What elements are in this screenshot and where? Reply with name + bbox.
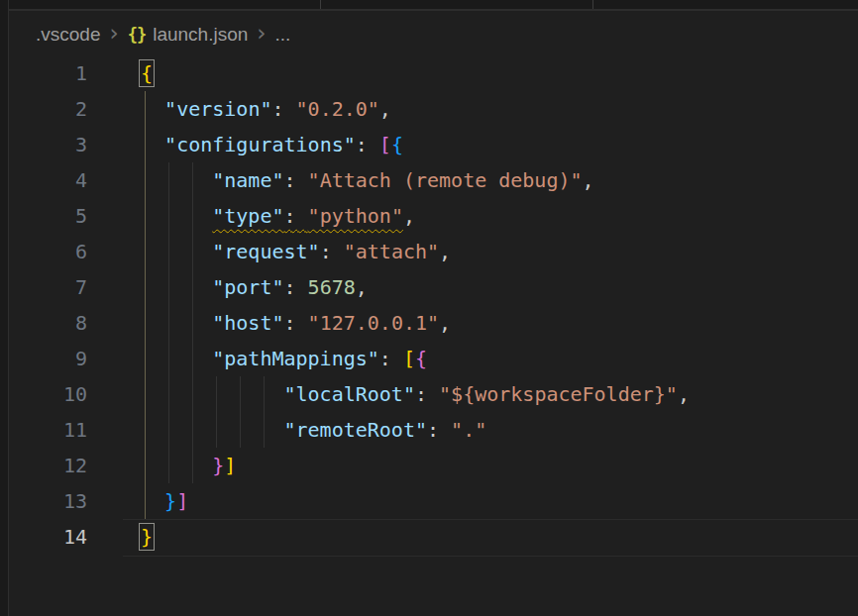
code-token: "type"	[212, 204, 283, 228]
line-number[interactable]: 10	[9, 376, 87, 412]
matched-bracket: }	[141, 525, 153, 549]
code-token: }	[164, 489, 176, 513]
code-line-content: "type": "python",	[141, 198, 415, 234]
code-line-content: "localRoot": "${workspaceFolder}",	[141, 376, 690, 412]
code-token: "python"	[308, 204, 403, 228]
code-line-3[interactable]: 3 "configurations": [{	[9, 127, 858, 162]
code-line-content: {	[141, 55, 153, 91]
line-number[interactable]: 3	[9, 127, 87, 162]
code-token: "request"	[212, 240, 319, 263]
code-line-content: "version": "0.2.0",	[141, 91, 391, 127]
code-token: ,	[356, 275, 368, 299]
code-token: "."	[451, 418, 486, 442]
code-token: "${workspaceFolder}"	[439, 382, 678, 406]
code-line-13[interactable]: 13 }]	[9, 483, 858, 519]
code-token: :	[284, 311, 308, 335]
code-token: ,	[379, 97, 391, 121]
code-token: ,	[439, 311, 451, 335]
code-line-6[interactable]: 6 "request": "attach",	[9, 234, 858, 269]
breadcrumb-folder[interactable]: .vscode	[36, 24, 100, 46]
code-token: "Attach (remote debug)"	[308, 168, 583, 192]
chevron-right-icon: ›	[100, 20, 127, 49]
code-line-11[interactable]: 11 "remoteRoot": "."	[9, 412, 858, 448]
code-token: "localRoot"	[284, 382, 415, 406]
code-token: ,	[439, 240, 451, 263]
code-token: [	[403, 347, 415, 370]
code-token: ]	[176, 489, 188, 513]
code-line-8[interactable]: 8 "host": "127.0.0.1",	[9, 305, 858, 341]
code-token: "version"	[164, 97, 271, 121]
code-token: ,	[583, 168, 594, 192]
code-token: "0.2.0"	[296, 97, 379, 121]
code-token: "pathMappings"	[212, 347, 379, 370]
code-token: {	[415, 347, 427, 370]
line-number[interactable]: 12	[9, 448, 87, 483]
code-line-content: }	[141, 519, 153, 555]
vscode-editor-window: .vscode › {} launch.json › ... 1{2 "vers…	[0, 0, 858, 616]
code-line-content: "host": "127.0.0.1",	[141, 305, 451, 341]
code-line-content: "remoteRoot": "."	[141, 412, 486, 448]
breadcrumb-symbol-more[interactable]: ...	[275, 24, 291, 46]
warning-squiggle: "type": "python"	[212, 204, 403, 228]
code-token: ,	[678, 382, 690, 406]
line-number[interactable]: 11	[9, 412, 87, 448]
code-line-content: }]	[141, 483, 188, 519]
code-line-14[interactable]: 14}	[9, 519, 858, 555]
code-line-2[interactable]: 2 "version": "0.2.0",	[9, 91, 858, 127]
code-line-4[interactable]: 4 "name": "Attach (remote debug)",	[9, 162, 858, 198]
json-file-icon: {}	[128, 25, 146, 45]
code-editor[interactable]: 1{2 "version": "0.2.0",3 "configurations…	[9, 55, 858, 616]
code-token: 5678	[308, 275, 356, 299]
code-line-9[interactable]: 9 "pathMappings": [{	[9, 341, 858, 376]
line-number[interactable]: 5	[9, 198, 87, 234]
code-line-content: "configurations": [{	[141, 127, 403, 162]
tab-divider	[320, 0, 321, 9]
line-number[interactable]: 6	[9, 234, 87, 269]
code-line-5[interactable]: 5 "type": "python",	[9, 198, 858, 234]
code-token: "remoteRoot"	[284, 418, 428, 442]
line-number[interactable]: 14	[9, 519, 87, 555]
code-line-10[interactable]: 10 "localRoot": "${workspaceFolder}",	[9, 376, 858, 412]
breadcrumb: .vscode › {} launch.json › ...	[9, 13, 858, 55]
code-token: ,	[403, 204, 415, 228]
code-token: "configurations"	[164, 133, 356, 156]
code-token: "127.0.0.1"	[308, 311, 439, 335]
code-token: :	[356, 133, 379, 156]
code-line-content: }]	[141, 448, 236, 483]
chevron-right-icon: ›	[248, 20, 274, 49]
code-token: :	[415, 382, 439, 406]
code-token: ]	[224, 454, 236, 477]
code-token: :	[284, 204, 308, 228]
line-number[interactable]: 7	[9, 269, 87, 305]
code-token: }	[212, 454, 224, 477]
code-line-content: "port": 5678,	[141, 269, 368, 305]
code-token: :	[284, 168, 308, 192]
code-token: :	[284, 275, 308, 299]
code-token: :	[427, 418, 451, 442]
tab-bar-bottom-strip	[9, 0, 858, 11]
code-line-12[interactable]: 12 }]	[9, 448, 858, 483]
window-left-border	[0, 0, 9, 616]
code-line-1[interactable]: 1{	[9, 55, 858, 91]
line-number[interactable]: 13	[9, 483, 87, 519]
code-token: "name"	[212, 168, 283, 192]
breadcrumb-file[interactable]: launch.json	[153, 24, 248, 46]
line-number[interactable]: 2	[9, 91, 87, 127]
code-token: :	[271, 97, 295, 121]
tab-divider	[592, 0, 593, 9]
code-line-7[interactable]: 7 "port": 5678,	[9, 269, 858, 305]
line-number[interactable]: 1	[9, 55, 87, 91]
line-number[interactable]: 8	[9, 305, 87, 341]
code-token: :	[379, 347, 403, 370]
code-line-content: "request": "attach",	[141, 234, 451, 269]
line-number[interactable]: 4	[9, 162, 87, 198]
matched-bracket: {	[141, 61, 153, 85]
code-token: "port"	[212, 275, 283, 299]
code-token: :	[320, 240, 344, 263]
code-token: [	[379, 133, 391, 156]
line-number[interactable]: 9	[9, 341, 87, 376]
code-line-content: "name": "Attach (remote debug)",	[141, 162, 594, 198]
code-token: "host"	[212, 311, 283, 335]
code-token: {	[391, 133, 403, 156]
code-line-content: "pathMappings": [{	[141, 341, 427, 376]
